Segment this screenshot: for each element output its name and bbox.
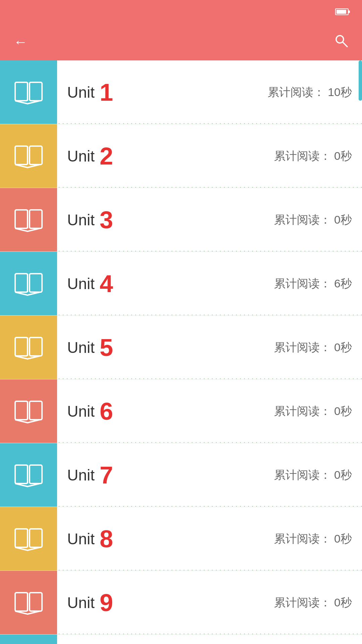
search-button[interactable] (334, 33, 349, 51)
unit-row[interactable]: Unit 3 累计阅读： 0秒 (0, 188, 362, 252)
unit-content-10: Unit 10 累计阅读： 0秒 (57, 635, 362, 644)
svg-rect-8 (15, 210, 28, 228)
unit-number-8: 8 (100, 525, 113, 553)
status-bar (0, 0, 362, 24)
svg-rect-2 (15, 82, 28, 101)
unit-row[interactable]: Unit 1 累计阅读： 10秒 (0, 60, 362, 124)
unit-content-7: Unit 7 累计阅读： 0秒 (57, 443, 362, 507)
unit-icon-1 (0, 60, 57, 124)
unit-icon-6 (0, 379, 57, 443)
unit-number-3: 3 (100, 206, 113, 234)
svg-rect-3 (30, 82, 42, 101)
unit-row[interactable]: Unit 8 累计阅读： 0秒 (0, 507, 362, 571)
unit-number-4: 4 (100, 270, 113, 297)
battery-fill (336, 10, 346, 14)
svg-rect-11 (15, 274, 28, 292)
svg-rect-6 (30, 146, 42, 165)
unit-number-9: 9 (100, 589, 113, 616)
svg-rect-26 (15, 593, 28, 611)
unit-row[interactable]: Unit 6 累计阅读： 0秒 (0, 379, 362, 443)
unit-label-2: Unit (67, 147, 95, 165)
unit-row[interactable]: Unit 4 累计阅读： 6秒 (0, 252, 362, 316)
unit-row[interactable]: Unit 2 累计阅读： 0秒 (0, 124, 362, 188)
unit-meta-1: 累计阅读： 10秒 (268, 85, 352, 100)
svg-rect-5 (15, 146, 28, 165)
unit-icon-9 (0, 571, 57, 634)
svg-rect-21 (30, 465, 42, 484)
unit-content-5: Unit 5 累计阅读： 0秒 (57, 316, 362, 379)
unit-meta-4: 累计阅读： 6秒 (274, 276, 352, 291)
unit-row[interactable]: Unit 9 累计阅读： 0秒 (0, 571, 362, 635)
unit-label-4: Unit (67, 275, 95, 293)
unit-content-2: Unit 2 累计阅读： 0秒 (57, 124, 362, 188)
unit-meta-9: 累计阅读： 0秒 (274, 595, 352, 610)
unit-icon-3 (0, 188, 57, 251)
unit-label-8: Unit (67, 530, 95, 548)
unit-content-8: Unit 8 累计阅读： 0秒 (57, 507, 362, 570)
battery-icon (335, 8, 349, 15)
svg-rect-27 (30, 593, 42, 611)
unit-meta-3: 累计阅读： 0秒 (274, 212, 352, 228)
svg-rect-9 (30, 210, 42, 228)
header: ← (0, 24, 362, 60)
unit-content-6: Unit 6 累计阅读： 0秒 (57, 379, 362, 443)
unit-icon-2 (0, 124, 57, 188)
unit-meta-7: 累计阅读： 0秒 (274, 467, 352, 483)
svg-rect-24 (30, 529, 42, 547)
unit-label-9: Unit (67, 594, 95, 612)
unit-meta-5: 累计阅读： 0秒 (274, 340, 352, 355)
unit-label-5: Unit (67, 338, 95, 357)
unit-list: Unit 1 累计阅读： 10秒 Unit 2 累计阅读： 0秒 (0, 60, 362, 644)
unit-meta-6: 累计阅读： 0秒 (274, 404, 352, 419)
svg-rect-20 (15, 465, 28, 484)
unit-label-7: Unit (67, 466, 95, 484)
unit-content-1: Unit 1 累计阅读： 10秒 (57, 60, 362, 124)
unit-row[interactable]: Unit 5 累计阅读： 0秒 (0, 316, 362, 379)
svg-rect-18 (30, 401, 42, 420)
svg-rect-15 (30, 337, 42, 356)
svg-rect-17 (15, 401, 28, 420)
unit-label-1: Unit (67, 83, 95, 101)
unit-icon-8 (0, 507, 57, 570)
unit-meta-8: 累计阅读： 0秒 (274, 531, 352, 547)
unit-number-1: 1 (100, 79, 113, 106)
scroll-indicator[interactable] (359, 60, 362, 101)
unit-icon-4 (0, 252, 57, 315)
unit-number-7: 7 (100, 461, 113, 489)
back-button[interactable]: ← (13, 34, 28, 50)
unit-label-3: Unit (67, 211, 95, 229)
unit-number-6: 6 (100, 398, 113, 425)
unit-content-3: Unit 3 累计阅读： 0秒 (57, 188, 362, 251)
unit-label-6: Unit (67, 402, 95, 420)
unit-content-9: Unit 9 累计阅读： 0秒 (57, 571, 362, 634)
svg-rect-23 (15, 529, 28, 547)
svg-line-1 (343, 42, 347, 47)
unit-row[interactable]: Unit 7 累计阅读： 0秒 (0, 443, 362, 507)
unit-icon-7 (0, 443, 57, 507)
unit-row[interactable]: Unit 10 累计阅读： 0秒 (0, 635, 362, 644)
unit-number-5: 5 (100, 334, 113, 361)
unit-icon-10 (0, 635, 57, 644)
unit-number-2: 2 (100, 142, 113, 170)
unit-icon-5 (0, 316, 57, 379)
unit-meta-2: 累计阅读： 0秒 (274, 148, 352, 164)
unit-content-4: Unit 4 累计阅读： 6秒 (57, 252, 362, 315)
svg-rect-14 (15, 337, 28, 356)
svg-rect-12 (30, 274, 42, 292)
status-right (332, 8, 352, 15)
